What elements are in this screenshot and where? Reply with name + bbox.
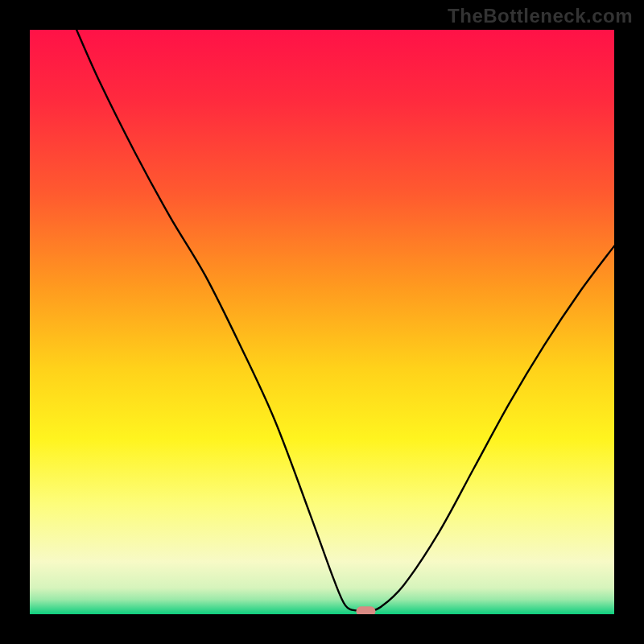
plot-area (30, 30, 614, 614)
bottleneck-marker (356, 606, 375, 614)
chart-frame: TheBottleneck.com (0, 0, 644, 644)
chart-svg (30, 30, 614, 614)
watermark-text: TheBottleneck.com (448, 5, 633, 27)
